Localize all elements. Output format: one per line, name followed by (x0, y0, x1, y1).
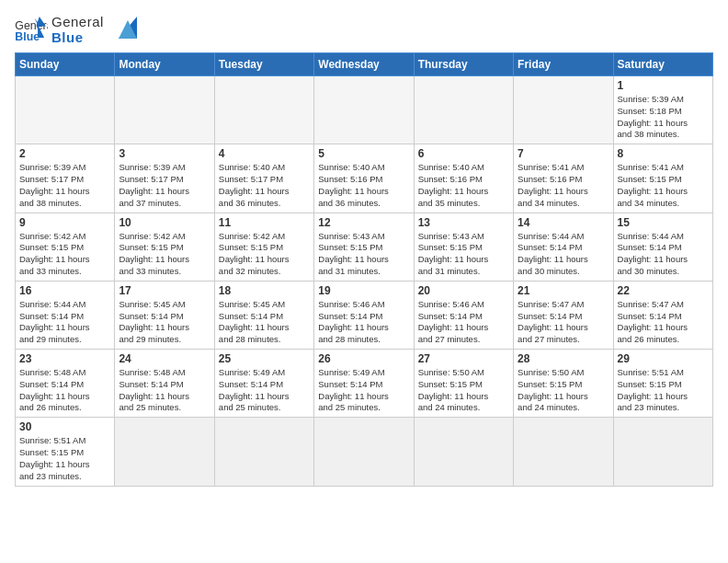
calendar-cell: 25Sunrise: 5:49 AM Sunset: 5:14 PM Dayli… (214, 350, 313, 418)
day-info: Sunrise: 5:44 AM Sunset: 5:14 PM Dayligh… (518, 231, 609, 278)
day-info: Sunrise: 5:51 AM Sunset: 5:15 PM Dayligh… (19, 435, 110, 482)
day-info: Sunrise: 5:39 AM Sunset: 5:18 PM Dayligh… (618, 94, 709, 141)
day-info: Sunrise: 5:48 AM Sunset: 5:14 PM Dayligh… (119, 367, 210, 414)
day-number: 11 (219, 216, 310, 229)
calendar-cell: 1Sunrise: 5:39 AM Sunset: 5:18 PM Daylig… (613, 76, 712, 144)
calendar-cell (115, 76, 214, 144)
day-number: 19 (318, 284, 409, 297)
day-number: 6 (418, 147, 509, 160)
calendar-cell: 5Sunrise: 5:40 AM Sunset: 5:16 PM Daylig… (314, 144, 414, 213)
day-number: 26 (318, 352, 409, 365)
day-number: 14 (518, 216, 609, 229)
day-number: 24 (119, 352, 210, 365)
calendar-cell: 2Sunrise: 5:39 AM Sunset: 5:17 PM Daylig… (16, 144, 115, 213)
day-number: 28 (518, 352, 609, 365)
calendar-cell: 27Sunrise: 5:50 AM Sunset: 5:15 PM Dayli… (414, 350, 513, 418)
day-info: Sunrise: 5:43 AM Sunset: 5:15 PM Dayligh… (418, 231, 509, 278)
weekday-header-tuesday: Tuesday (214, 53, 313, 76)
calendar-cell: 17Sunrise: 5:45 AM Sunset: 5:14 PM Dayli… (115, 281, 214, 349)
calendar-cell: 14Sunrise: 5:44 AM Sunset: 5:14 PM Dayli… (514, 213, 613, 281)
calendar-cell: 20Sunrise: 5:46 AM Sunset: 5:14 PM Dayli… (414, 281, 513, 349)
weekday-header-thursday: Thursday (414, 53, 513, 76)
day-info: Sunrise: 5:47 AM Sunset: 5:14 PM Dayligh… (518, 299, 609, 346)
day-info: Sunrise: 5:47 AM Sunset: 5:14 PM Dayligh… (618, 299, 709, 346)
weekday-header-saturday: Saturday (613, 53, 712, 76)
day-number: 30 (19, 420, 110, 433)
day-info: Sunrise: 5:42 AM Sunset: 5:15 PM Dayligh… (19, 231, 110, 278)
calendar-cell (514, 76, 613, 144)
calendar-cell: 18Sunrise: 5:45 AM Sunset: 5:14 PM Dayli… (214, 281, 313, 349)
day-number: 27 (418, 352, 509, 365)
day-number: 15 (618, 216, 709, 229)
calendar-cell: 16Sunrise: 5:44 AM Sunset: 5:14 PM Dayli… (16, 281, 115, 349)
day-info: Sunrise: 5:43 AM Sunset: 5:15 PM Dayligh… (318, 231, 409, 278)
day-number: 4 (219, 147, 310, 160)
calendar-cell (314, 418, 414, 486)
day-info: Sunrise: 5:40 AM Sunset: 5:16 PM Dayligh… (318, 162, 409, 209)
day-info: Sunrise: 5:49 AM Sunset: 5:14 PM Dayligh… (318, 367, 409, 414)
calendar-table: SundayMondayTuesdayWednesdayThursdayFrid… (15, 52, 713, 487)
day-number: 9 (19, 216, 110, 229)
calendar-cell: 15Sunrise: 5:44 AM Sunset: 5:14 PM Dayli… (613, 213, 712, 281)
calendar-cell: 3Sunrise: 5:39 AM Sunset: 5:17 PM Daylig… (115, 144, 214, 213)
calendar-cell: 7Sunrise: 5:41 AM Sunset: 5:16 PM Daylig… (514, 144, 613, 213)
calendar-cell: 23Sunrise: 5:48 AM Sunset: 5:14 PM Dayli… (16, 350, 115, 418)
day-info: Sunrise: 5:44 AM Sunset: 5:14 PM Dayligh… (19, 299, 110, 346)
calendar-cell: 24Sunrise: 5:48 AM Sunset: 5:14 PM Dayli… (115, 350, 214, 418)
page: General Blue General Blue SundayMondayTu… (0, 0, 728, 496)
calendar-cell: 30Sunrise: 5:51 AM Sunset: 5:15 PM Dayli… (16, 418, 115, 486)
weekday-header-row: SundayMondayTuesdayWednesdayThursdayFrid… (16, 53, 713, 76)
calendar-row-1: 2Sunrise: 5:39 AM Sunset: 5:17 PM Daylig… (16, 144, 713, 213)
calendar-cell: 9Sunrise: 5:42 AM Sunset: 5:15 PM Daylig… (16, 213, 115, 281)
weekday-header-monday: Monday (115, 53, 214, 76)
day-number: 29 (618, 352, 709, 365)
day-number: 18 (219, 284, 310, 297)
calendar-row-0: 1Sunrise: 5:39 AM Sunset: 5:18 PM Daylig… (16, 76, 713, 144)
day-info: Sunrise: 5:49 AM Sunset: 5:14 PM Dayligh… (219, 367, 310, 414)
day-info: Sunrise: 5:45 AM Sunset: 5:14 PM Dayligh… (119, 299, 210, 346)
day-info: Sunrise: 5:39 AM Sunset: 5:17 PM Dayligh… (19, 162, 110, 209)
logo: General Blue General Blue (15, 15, 137, 45)
calendar-row-5: 30Sunrise: 5:51 AM Sunset: 5:15 PM Dayli… (16, 418, 713, 486)
day-info: Sunrise: 5:41 AM Sunset: 5:15 PM Dayligh… (618, 162, 709, 209)
day-info: Sunrise: 5:39 AM Sunset: 5:17 PM Dayligh… (119, 162, 210, 209)
day-number: 22 (618, 284, 709, 297)
calendar-cell (414, 76, 513, 144)
calendar-cell (613, 418, 712, 486)
calendar-row-4: 23Sunrise: 5:48 AM Sunset: 5:14 PM Dayli… (16, 350, 713, 418)
day-number: 17 (119, 284, 210, 297)
weekday-header-wednesday: Wednesday (314, 53, 414, 76)
day-number: 13 (418, 216, 509, 229)
logo-general: General (51, 15, 104, 30)
header: General Blue General Blue (15, 15, 713, 45)
calendar-cell (115, 418, 214, 486)
day-number: 12 (318, 216, 409, 229)
calendar-cell (16, 76, 115, 144)
weekday-header-friday: Friday (514, 53, 613, 76)
day-info: Sunrise: 5:46 AM Sunset: 5:14 PM Dayligh… (418, 299, 509, 346)
day-info: Sunrise: 5:51 AM Sunset: 5:15 PM Dayligh… (618, 367, 709, 414)
day-info: Sunrise: 5:40 AM Sunset: 5:17 PM Dayligh… (219, 162, 310, 209)
day-info: Sunrise: 5:41 AM Sunset: 5:16 PM Dayligh… (518, 162, 609, 209)
calendar-cell: 19Sunrise: 5:46 AM Sunset: 5:14 PM Dayli… (314, 281, 414, 349)
day-info: Sunrise: 5:40 AM Sunset: 5:16 PM Dayligh… (418, 162, 509, 209)
calendar-cell (214, 418, 313, 486)
calendar-cell: 26Sunrise: 5:49 AM Sunset: 5:14 PM Dayli… (314, 350, 414, 418)
day-number: 25 (219, 352, 310, 365)
weekday-header-sunday: Sunday (16, 53, 115, 76)
day-number: 3 (119, 147, 210, 160)
calendar-cell: 12Sunrise: 5:43 AM Sunset: 5:15 PM Dayli… (314, 213, 414, 281)
calendar-cell: 11Sunrise: 5:42 AM Sunset: 5:15 PM Dayli… (214, 213, 313, 281)
logo-triangle-icon (109, 13, 137, 40)
calendar-cell: 29Sunrise: 5:51 AM Sunset: 5:15 PM Dayli… (613, 350, 712, 418)
day-number: 2 (19, 147, 110, 160)
calendar-cell: 4Sunrise: 5:40 AM Sunset: 5:17 PM Daylig… (214, 144, 313, 213)
calendar-cell (214, 76, 313, 144)
calendar-cell: 22Sunrise: 5:47 AM Sunset: 5:14 PM Dayli… (613, 281, 712, 349)
logo-blue: Blue (51, 30, 104, 46)
calendar-cell: 21Sunrise: 5:47 AM Sunset: 5:14 PM Dayli… (514, 281, 613, 349)
day-info: Sunrise: 5:42 AM Sunset: 5:15 PM Dayligh… (219, 231, 310, 278)
calendar-row-3: 16Sunrise: 5:44 AM Sunset: 5:14 PM Dayli… (16, 281, 713, 349)
day-number: 23 (19, 352, 110, 365)
calendar-row-2: 9Sunrise: 5:42 AM Sunset: 5:15 PM Daylig… (16, 213, 713, 281)
